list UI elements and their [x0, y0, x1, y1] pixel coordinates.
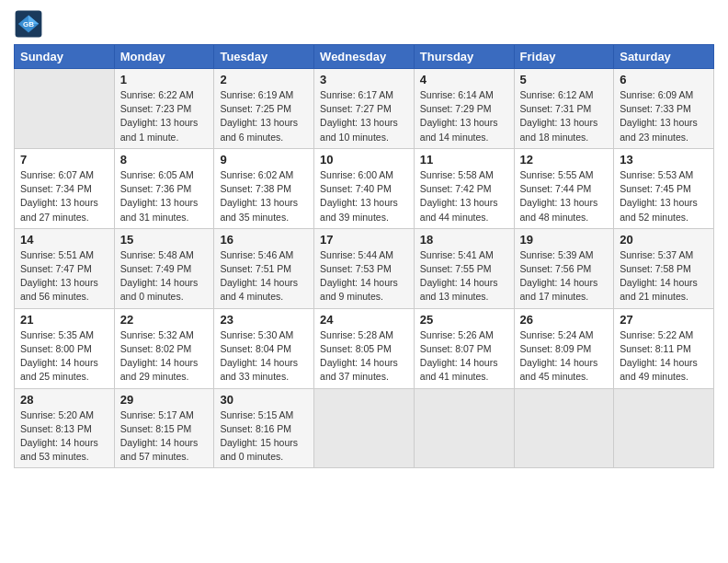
calendar-cell [414, 388, 514, 468]
calendar-cell: 29Sunrise: 5:17 AM Sunset: 8:15 PM Dayli… [114, 388, 214, 468]
day-info: Sunrise: 5:15 AM Sunset: 8:16 PM Dayligh… [220, 408, 308, 465]
day-number: 21 [20, 313, 108, 327]
day-number: 29 [120, 393, 209, 407]
calendar-cell [314, 388, 415, 468]
calendar-cell: 23Sunrise: 5:30 AM Sunset: 8:04 PM Dayli… [214, 308, 314, 388]
day-info: Sunrise: 6:14 AM Sunset: 7:29 PM Dayligh… [420, 88, 508, 144]
day-number: 20 [620, 233, 708, 247]
calendar-cell: 12Sunrise: 5:55 AM Sunset: 7:44 PM Dayli… [514, 148, 614, 228]
weekday-header-saturday: Saturday [614, 45, 714, 69]
calendar-cell: 5Sunrise: 6:12 AM Sunset: 7:31 PM Daylig… [514, 69, 614, 149]
calendar-week-3: 14Sunrise: 5:51 AM Sunset: 7:47 PM Dayli… [15, 228, 714, 308]
day-info: Sunrise: 5:46 AM Sunset: 7:51 PM Dayligh… [220, 248, 308, 304]
calendar-cell: 17Sunrise: 5:44 AM Sunset: 7:53 PM Dayli… [314, 228, 415, 308]
day-number: 8 [120, 153, 209, 167]
day-info: Sunrise: 5:22 AM Sunset: 8:11 PM Dayligh… [620, 328, 708, 385]
day-info: Sunrise: 5:24 AM Sunset: 8:09 PM Dayligh… [520, 328, 609, 385]
day-number: 9 [220, 153, 308, 167]
day-info: Sunrise: 6:19 AM Sunset: 7:25 PM Dayligh… [220, 88, 308, 144]
day-info: Sunrise: 5:48 AM Sunset: 7:49 PM Dayligh… [120, 248, 209, 304]
day-info: Sunrise: 5:41 AM Sunset: 7:55 PM Dayligh… [420, 248, 508, 304]
day-number: 19 [520, 233, 609, 247]
day-info: Sunrise: 5:17 AM Sunset: 8:15 PM Dayligh… [120, 408, 209, 465]
calendar-cell: 1Sunrise: 6:22 AM Sunset: 7:23 PM Daylig… [114, 69, 214, 149]
day-info: Sunrise: 5:28 AM Sunset: 8:05 PM Dayligh… [320, 328, 408, 385]
day-number: 28 [20, 393, 108, 407]
day-number: 1 [120, 73, 209, 86]
calendar-cell: 11Sunrise: 5:58 AM Sunset: 7:42 PM Dayli… [414, 148, 514, 228]
day-info: Sunrise: 5:44 AM Sunset: 7:53 PM Dayligh… [320, 248, 408, 304]
day-info: Sunrise: 5:26 AM Sunset: 8:07 PM Dayligh… [420, 328, 508, 385]
calendar-cell: 26Sunrise: 5:24 AM Sunset: 8:09 PM Dayli… [514, 308, 614, 388]
day-info: Sunrise: 5:32 AM Sunset: 8:02 PM Dayligh… [120, 328, 209, 385]
day-number: 4 [420, 73, 508, 86]
day-number: 6 [620, 73, 708, 86]
calendar-cell: 14Sunrise: 5:51 AM Sunset: 7:47 PM Dayli… [15, 228, 115, 308]
calendar-cell: 25Sunrise: 5:26 AM Sunset: 8:07 PM Dayli… [414, 308, 514, 388]
calendar-cell: 30Sunrise: 5:15 AM Sunset: 8:16 PM Dayli… [214, 388, 314, 468]
calendar-cell: 28Sunrise: 5:20 AM Sunset: 8:13 PM Dayli… [15, 388, 115, 468]
calendar-cell: 13Sunrise: 5:53 AM Sunset: 7:45 PM Dayli… [614, 148, 714, 228]
calendar-cell: 2Sunrise: 6:19 AM Sunset: 7:25 PM Daylig… [214, 69, 314, 149]
day-number: 16 [220, 233, 308, 247]
day-info: Sunrise: 5:20 AM Sunset: 8:13 PM Dayligh… [20, 408, 108, 465]
calendar-cell [15, 69, 115, 149]
svg-text:GB: GB [23, 20, 34, 29]
day-number: 17 [320, 233, 408, 247]
day-number: 13 [620, 153, 708, 167]
calendar-cell: 10Sunrise: 6:00 AM Sunset: 7:40 PM Dayli… [314, 148, 415, 228]
calendar-cell: 6Sunrise: 6:09 AM Sunset: 7:33 PM Daylig… [614, 69, 714, 149]
day-info: Sunrise: 5:39 AM Sunset: 7:56 PM Dayligh… [520, 248, 609, 304]
calendar-header: SundayMondayTuesdayWednesdayThursdayFrid… [15, 45, 714, 69]
calendar-table: SundayMondayTuesdayWednesdayThursdayFrid… [14, 44, 714, 468]
day-info: Sunrise: 5:30 AM Sunset: 8:04 PM Dayligh… [220, 328, 308, 385]
day-number: 18 [420, 233, 508, 247]
day-info: Sunrise: 6:22 AM Sunset: 7:23 PM Dayligh… [120, 88, 209, 144]
day-number: 3 [320, 73, 408, 86]
calendar-cell: 3Sunrise: 6:17 AM Sunset: 7:27 PM Daylig… [314, 69, 415, 149]
day-info: Sunrise: 6:02 AM Sunset: 7:38 PM Dayligh… [220, 168, 308, 224]
calendar-cell: 20Sunrise: 5:37 AM Sunset: 7:58 PM Dayli… [614, 228, 714, 308]
day-info: Sunrise: 5:53 AM Sunset: 7:45 PM Dayligh… [620, 168, 708, 224]
weekday-header-friday: Friday [514, 45, 614, 69]
day-number: 15 [120, 233, 209, 247]
day-number: 11 [420, 153, 508, 167]
calendar-cell: 18Sunrise: 5:41 AM Sunset: 7:55 PM Dayli… [414, 228, 514, 308]
calendar-week-5: 28Sunrise: 5:20 AM Sunset: 8:13 PM Dayli… [15, 388, 714, 468]
day-info: Sunrise: 6:09 AM Sunset: 7:33 PM Dayligh… [620, 88, 708, 144]
day-info: Sunrise: 6:05 AM Sunset: 7:36 PM Dayligh… [120, 168, 209, 224]
day-info: Sunrise: 6:17 AM Sunset: 7:27 PM Dayligh… [320, 88, 408, 144]
day-info: Sunrise: 5:58 AM Sunset: 7:42 PM Dayligh… [420, 168, 508, 224]
day-number: 23 [220, 313, 308, 327]
logo-icon: GB [14, 9, 43, 39]
weekday-header-thursday: Thursday [414, 45, 514, 69]
calendar-cell: 8Sunrise: 6:05 AM Sunset: 7:36 PM Daylig… [114, 148, 214, 228]
calendar-cell: 7Sunrise: 6:07 AM Sunset: 7:34 PM Daylig… [15, 148, 115, 228]
day-number: 22 [120, 313, 209, 327]
day-number: 2 [220, 73, 308, 86]
day-number: 25 [420, 313, 508, 327]
calendar-cell: 16Sunrise: 5:46 AM Sunset: 7:51 PM Dayli… [214, 228, 314, 308]
day-number: 5 [520, 73, 609, 86]
day-number: 10 [320, 153, 408, 167]
calendar-cell: 9Sunrise: 6:02 AM Sunset: 7:38 PM Daylig… [214, 148, 314, 228]
weekday-header-sunday: Sunday [15, 45, 115, 69]
day-info: Sunrise: 5:37 AM Sunset: 7:58 PM Dayligh… [620, 248, 708, 304]
weekday-header-tuesday: Tuesday [214, 45, 314, 69]
calendar-week-2: 7Sunrise: 6:07 AM Sunset: 7:34 PM Daylig… [15, 148, 714, 228]
day-number: 12 [520, 153, 609, 167]
calendar-cell [514, 388, 614, 468]
calendar-cell: 19Sunrise: 5:39 AM Sunset: 7:56 PM Dayli… [514, 228, 614, 308]
day-info: Sunrise: 6:07 AM Sunset: 7:34 PM Dayligh… [20, 168, 108, 224]
day-number: 30 [220, 393, 308, 407]
calendar-cell: 15Sunrise: 5:48 AM Sunset: 7:49 PM Dayli… [114, 228, 214, 308]
day-info: Sunrise: 5:51 AM Sunset: 7:47 PM Dayligh… [20, 248, 108, 304]
calendar-cell: 22Sunrise: 5:32 AM Sunset: 8:02 PM Dayli… [114, 308, 214, 388]
day-info: Sunrise: 6:12 AM Sunset: 7:31 PM Dayligh… [520, 88, 609, 144]
day-info: Sunrise: 5:55 AM Sunset: 7:44 PM Dayligh… [520, 168, 609, 224]
day-number: 24 [320, 313, 408, 327]
calendar-cell: 21Sunrise: 5:35 AM Sunset: 8:00 PM Dayli… [15, 308, 115, 388]
calendar-cell [614, 388, 714, 468]
calendar-cell: 4Sunrise: 6:14 AM Sunset: 7:29 PM Daylig… [414, 69, 514, 149]
day-number: 27 [620, 313, 708, 327]
